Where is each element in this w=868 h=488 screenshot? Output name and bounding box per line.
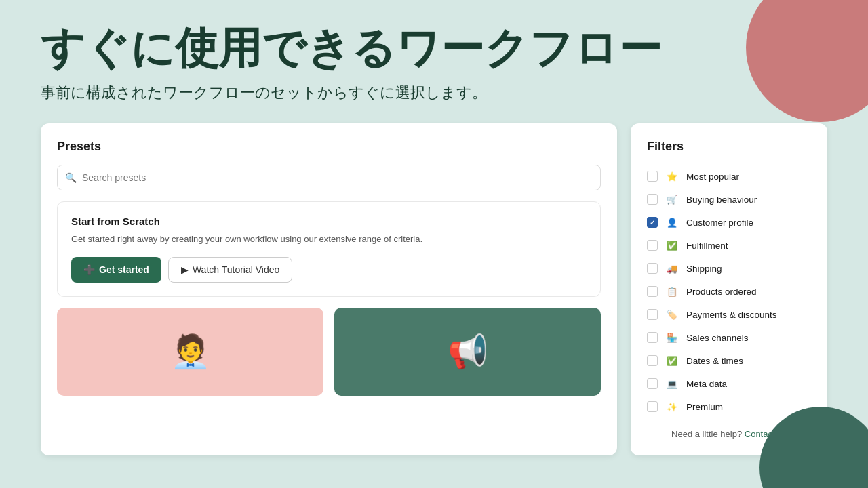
search-box: 🔍 xyxy=(57,165,601,190)
get-started-button[interactable]: ➕ Get started xyxy=(71,257,161,283)
filter-label-most_popular: Most popular xyxy=(686,171,739,182)
filter-icon-customer_profile: 👤 xyxy=(665,215,679,230)
filter-checkbox-premium[interactable] xyxy=(647,401,658,412)
main-content: Presets 🔍 Start from Scratch Get started… xyxy=(0,123,868,455)
thumbnail-pink[interactable]: 🧑‍💼 xyxy=(57,308,323,396)
filter-checkbox-meta_data[interactable] xyxy=(647,378,658,389)
scratch-card-description: Get started right away by creating your … xyxy=(71,232,587,246)
presets-title: Presets xyxy=(57,140,601,154)
play-icon: ▶ xyxy=(181,264,189,275)
filter-item-buying_behaviour[interactable]: 🛒Buying behaviour xyxy=(647,188,811,211)
filter-checkbox-sales_channels[interactable] xyxy=(647,332,658,343)
filter-icon-shipping: 🚚 xyxy=(665,261,679,276)
filter-item-fulfillment[interactable]: ✅Fulfillment xyxy=(647,234,811,257)
filter-label-shipping: Shipping xyxy=(686,264,722,274)
filters-title: Filters xyxy=(647,140,811,154)
filter-icon-most_popular: ⭐ xyxy=(665,169,679,184)
filter-checkbox-products_ordered[interactable] xyxy=(647,286,658,297)
right-panel: Filters ⭐Most popular🛒Buying behaviour👤C… xyxy=(631,123,827,455)
watch-tutorial-label: Watch Tutorial Video xyxy=(193,264,279,275)
filter-item-customer_profile[interactable]: 👤Customer profile xyxy=(647,211,811,234)
filter-checkbox-buying_behaviour[interactable] xyxy=(647,194,658,205)
filter-icon-products_ordered: 📋 xyxy=(665,284,679,299)
filter-icon-fulfillment: ✅ xyxy=(665,238,679,253)
scratch-card-title: Start from Scratch xyxy=(71,216,587,227)
filter-label-meta_data: Meta data xyxy=(686,379,727,389)
thumbnail-row: 🧑‍💼 📢 xyxy=(57,308,601,396)
filters-list: ⭐Most popular🛒Buying behaviour👤Customer … xyxy=(647,165,811,418)
filter-label-products_ordered: Products ordered xyxy=(686,287,757,297)
scratch-buttons: ➕ Get started ▶ Watch Tutorial Video xyxy=(71,257,587,283)
header: すぐに使用できるワークフロー 事前に構成されたワークフローのセットからすぐに選択… xyxy=(0,0,868,117)
filter-item-dates_times[interactable]: ✅Dates & times xyxy=(647,349,811,372)
filter-icon-sales_channels: 🏪 xyxy=(665,330,679,345)
filter-item-most_popular[interactable]: ⭐Most popular xyxy=(647,165,811,188)
filter-icon-dates_times: ✅ xyxy=(665,353,679,368)
filter-icon-meta_data: 💻 xyxy=(665,376,679,391)
help-text: Need a little help? xyxy=(671,429,742,439)
filter-label-premium: Premium xyxy=(686,402,723,412)
filter-checkbox-payments_discounts[interactable] xyxy=(647,309,658,320)
filter-icon-payments_discounts: 🏷️ xyxy=(665,307,679,322)
filter-checkbox-fulfillment[interactable] xyxy=(647,240,658,251)
filter-label-payments_discounts: Payments & discounts xyxy=(686,310,777,320)
page-title: すぐに使用できるワークフロー xyxy=(41,24,827,72)
filter-item-payments_discounts[interactable]: 🏷️Payments & discounts xyxy=(647,303,811,326)
watch-tutorial-button[interactable]: ▶ Watch Tutorial Video xyxy=(168,257,292,283)
filter-item-meta_data[interactable]: 💻Meta data xyxy=(647,372,811,395)
filter-checkbox-dates_times[interactable] xyxy=(647,355,658,366)
search-input[interactable] xyxy=(57,165,601,190)
filter-checkbox-most_popular[interactable] xyxy=(647,171,658,182)
filter-item-shipping[interactable]: 🚚Shipping xyxy=(647,257,811,280)
person-3d-icon: 🧑‍💼 xyxy=(170,333,211,371)
page-subtitle: 事前に構成されたワークフローのセットからすぐに選択します。 xyxy=(41,83,827,103)
search-icon: 🔍 xyxy=(65,172,77,183)
filter-label-dates_times: Dates & times xyxy=(686,356,743,366)
filter-label-fulfillment: Fulfillment xyxy=(686,241,728,251)
filter-item-products_ordered[interactable]: 📋Products ordered xyxy=(647,280,811,303)
megaphone-3d-icon: 📢 xyxy=(448,333,488,371)
filter-label-buying_behaviour: Buying behaviour xyxy=(686,195,757,205)
filter-item-premium[interactable]: ✨Premium xyxy=(647,395,811,418)
filter-icon-premium: ✨ xyxy=(665,399,679,414)
filter-icon-buying_behaviour: 🛒 xyxy=(665,192,679,207)
get-started-label: Get started xyxy=(99,264,149,275)
filter-checkbox-customer_profile[interactable] xyxy=(647,217,658,228)
left-panel: Presets 🔍 Start from Scratch Get started… xyxy=(41,123,617,455)
thumbnail-green[interactable]: 📢 xyxy=(334,308,601,396)
filter-checkbox-shipping[interactable] xyxy=(647,263,658,274)
plus-icon: ➕ xyxy=(83,264,95,275)
filter-item-sales_channels[interactable]: 🏪Sales channels xyxy=(647,326,811,349)
filter-label-sales_channels: Sales channels xyxy=(686,333,749,343)
filter-label-customer_profile: Customer profile xyxy=(686,218,753,228)
scratch-card: Start from Scratch Get started right awa… xyxy=(57,201,601,297)
